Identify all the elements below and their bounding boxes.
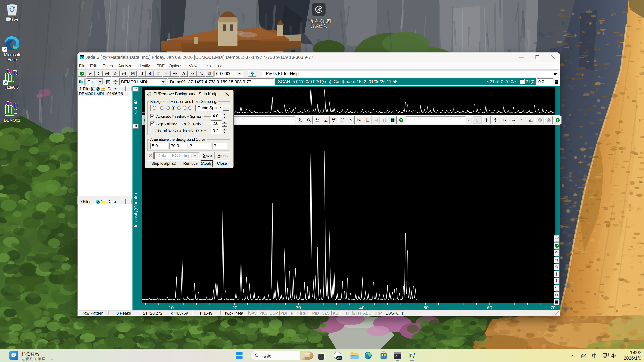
svg-text:?: ? xyxy=(556,244,558,248)
svg-text:z: z xyxy=(301,120,302,122)
svg-text:60: 60 xyxy=(487,305,492,310)
svg-text:50: 50 xyxy=(423,305,428,310)
svg-text:10: 10 xyxy=(168,305,174,310)
svg-text:kα₂: kα₂ xyxy=(358,119,361,121)
svg-text:30: 30 xyxy=(296,305,301,310)
svg-text:?: ? xyxy=(556,118,559,122)
svg-text:I: I xyxy=(14,76,17,82)
svg-text:20: 20 xyxy=(232,305,237,310)
svg-text:B.E: B.E xyxy=(332,118,336,120)
svg-text:BG: BG xyxy=(191,71,194,74)
svg-text:I: I xyxy=(413,355,414,358)
svg-text:S: S xyxy=(200,71,201,74)
svg-text:?: ? xyxy=(400,118,402,122)
svg-text:C: C xyxy=(366,118,368,121)
svg-text:70: 70 xyxy=(550,305,556,310)
svg-text:I: I xyxy=(14,108,17,115)
svg-text:?: ? xyxy=(81,72,83,76)
svg-text:D.E: D.E xyxy=(340,118,344,120)
svg-text:40: 40 xyxy=(359,305,364,310)
svg-text:M: M xyxy=(201,73,203,76)
